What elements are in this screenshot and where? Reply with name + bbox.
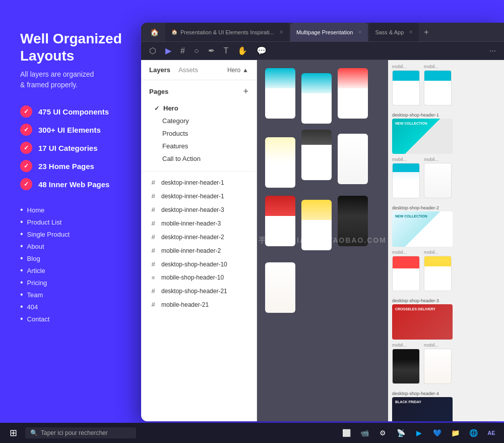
tab-close-2[interactable]: ✕ bbox=[358, 29, 362, 35]
hash-icon: # bbox=[149, 233, 157, 241]
mobile-label-8: mobil... bbox=[424, 343, 452, 348]
feature-item-4: 23 Home Pages bbox=[20, 160, 161, 172]
layers-header: Layers Assets Hero ▲ bbox=[141, 60, 257, 80]
browser-window: 🏠 🏠 Presentation & UI Elements Inspirati… bbox=[141, 23, 504, 421]
windows-start-button[interactable]: ⊞ bbox=[5, 425, 21, 441]
pen-tool-icon[interactable]: ✒ bbox=[206, 44, 217, 58]
nav-item-pricing[interactable]: Pricing bbox=[20, 278, 161, 287]
hand-tool-icon[interactable]: ✋ bbox=[235, 44, 249, 58]
nav-item-404[interactable]: 404 bbox=[20, 302, 161, 311]
layer-item-2[interactable]: # desktop-inner-header-3 bbox=[141, 203, 257, 216]
taskbar-app-4[interactable]: ▶ bbox=[411, 425, 426, 440]
page-item-hero[interactable]: Hero bbox=[149, 102, 248, 115]
taskbar-app-5[interactable]: 💙 bbox=[429, 425, 445, 440]
tab-add-button[interactable]: + bbox=[420, 23, 432, 41]
layers-panel: Layers Assets Hero ▲ Pages + Hero Catego… bbox=[141, 60, 257, 421]
desktop-thumb-3: CROSSELES DELIVERY bbox=[392, 304, 453, 340]
nav-item-article[interactable]: Article bbox=[20, 266, 161, 275]
left-panel: Well Organized Layouts All layers are or… bbox=[20, 30, 161, 326]
mobile-label-6: mobil... bbox=[424, 250, 452, 255]
hash-icon: # bbox=[149, 192, 157, 200]
mobile-frame-1 bbox=[265, 68, 295, 119]
layer-item-1[interactable]: # desktop-inner-header-1 bbox=[141, 189, 257, 203]
search-icon: 🔍 bbox=[30, 429, 38, 436]
nav-item-about[interactable]: About bbox=[20, 242, 161, 251]
layer-item-4[interactable]: # desktop-inner-header-2 bbox=[141, 230, 257, 244]
taskbar-app-1[interactable]: 📹 bbox=[357, 425, 372, 440]
taskbar-app-6[interactable]: 📁 bbox=[448, 425, 463, 440]
add-page-button[interactable]: + bbox=[243, 86, 248, 97]
comment-tool-icon[interactable]: 💬 bbox=[255, 44, 269, 58]
desktop-label-2: desktop-shop-header-2 bbox=[392, 205, 500, 210]
thumb-row-3: mobil... mobil... bbox=[392, 250, 500, 291]
home-button[interactable]: 🏠 bbox=[147, 25, 161, 39]
mobile-thumb-2 bbox=[424, 70, 452, 105]
desktop-thumb-2: NEW COLLECTION bbox=[392, 211, 453, 247]
canvas-area[interactable]: 手淘 买家 IAMDK.TAOBAO.COM bbox=[257, 60, 388, 421]
page-item-features[interactable]: Features bbox=[149, 140, 248, 152]
mobile-thumb-1 bbox=[392, 70, 420, 105]
tab-close-3[interactable]: ✕ bbox=[409, 29, 413, 35]
thumb-row-4: mobil... mobil... bbox=[392, 343, 500, 384]
taskbar-app-7[interactable]: 🌐 bbox=[466, 425, 481, 440]
browser-topbar: 🏠 🏠 Presentation & UI Elements Inspirati… bbox=[141, 23, 504, 42]
taskbar-app-3[interactable]: 📡 bbox=[393, 425, 408, 440]
feature-item-1: 475 UI Components bbox=[20, 105, 161, 118]
mobile-frame-6 bbox=[338, 134, 368, 184]
pages-section: Pages + Hero Category Products Features … bbox=[141, 80, 257, 172]
task-view-icon[interactable]: ⬜ bbox=[339, 425, 354, 440]
tab-presentation[interactable]: 🏠 Presentation & UI Elements Inspirati..… bbox=[165, 23, 289, 41]
desktop-label-3: desktop-shop-header-3 bbox=[392, 298, 500, 303]
page-item-cta[interactable]: Call to Action bbox=[149, 152, 248, 165]
layer-item-3[interactable]: # mobile-inner-header-3 bbox=[141, 216, 257, 230]
layer-item-6[interactable]: # desktop-shop-header-10 bbox=[141, 257, 257, 271]
hash-icon: # bbox=[149, 301, 157, 308]
page-item-products[interactable]: Products bbox=[149, 127, 248, 140]
watermark: 手淘 买家 IAMDK.TAOBAO.COM bbox=[259, 236, 387, 245]
page-item-category[interactable]: Category bbox=[149, 115, 248, 127]
layer-item-9[interactable]: # mobile-header-21 bbox=[141, 298, 257, 311]
desktop-label-1: desktop-shop-header-1 bbox=[392, 113, 500, 118]
feature-item-5: 48 Inner Web Pages bbox=[20, 178, 161, 190]
layer-item-8[interactable]: # desktop-shop-header-21 bbox=[141, 284, 257, 298]
layers-tab[interactable]: Layers bbox=[149, 66, 170, 74]
taskbar: ⊞ 🔍 Taper ici pour rechercher ⬜ 📹 ⚙ 📡 ▶ … bbox=[0, 423, 504, 443]
thumbnails-panel: mobil... mobil... desktop-shop-header-1 … bbox=[388, 60, 504, 421]
mobile-frame-10 bbox=[265, 262, 295, 313]
hash-icon: # bbox=[149, 260, 157, 268]
text-tool-icon[interactable]: T bbox=[222, 44, 231, 58]
nav-item-blog[interactable]: Blog bbox=[20, 254, 161, 263]
layer-item-0[interactable]: # desktop-inner-header-1 bbox=[141, 176, 257, 189]
taskbar-search[interactable]: 🔍 Taper ici pour rechercher bbox=[25, 427, 136, 438]
thumb-desktop-2-col: desktop-shop-header-2 NEW COLLECTION bbox=[392, 205, 500, 247]
tab-multipage[interactable]: Multipage Presentation ✕ bbox=[290, 23, 368, 41]
nav-item-contact[interactable]: Contact bbox=[20, 314, 161, 323]
mobile-thumb-8 bbox=[424, 349, 452, 384]
check-icon-5 bbox=[20, 178, 32, 190]
pages-title: Pages bbox=[149, 88, 168, 95]
tab-sass[interactable]: Sass & App ✕ bbox=[369, 23, 419, 41]
taskbar-app-ae[interactable]: AE bbox=[484, 425, 499, 440]
select-tool-icon[interactable]: ▶ bbox=[163, 44, 173, 58]
thumb-col-mobile-2: mobil... bbox=[424, 64, 452, 105]
nav-item-product-list[interactable]: Product List bbox=[20, 217, 161, 227]
mobile-thumb-7 bbox=[392, 349, 420, 384]
mobile-label-1: mobil... bbox=[392, 64, 420, 69]
nav-item-team[interactable]: Team bbox=[20, 290, 161, 299]
hero-badge: Hero ▲ bbox=[227, 67, 248, 74]
nav-item-single-product[interactable]: Single Product bbox=[20, 230, 161, 239]
thumb-row-1: mobil... mobil... bbox=[392, 64, 500, 105]
layer-item-5[interactable]: # mobile-inner-header-2 bbox=[141, 244, 257, 257]
assets-tab[interactable]: Assets bbox=[178, 66, 198, 74]
taskbar-app-2[interactable]: ⚙ bbox=[375, 425, 390, 440]
layer-item-7[interactable]: ≡ mobile-shop-header-10 bbox=[141, 271, 257, 284]
mobile-frame-2 bbox=[301, 73, 332, 124]
nav-item-home[interactable]: Home bbox=[20, 205, 161, 214]
more-options-icon[interactable]: ··· bbox=[487, 44, 498, 58]
thumb-row-2: mobil... mobil... bbox=[392, 157, 500, 198]
shape-tool-icon[interactable]: ○ bbox=[192, 44, 201, 58]
hash-icon: # bbox=[149, 206, 157, 213]
frame-tool-icon[interactable]: # bbox=[178, 44, 187, 58]
move-tool-icon[interactable]: ⬡ bbox=[147, 44, 158, 58]
tab-close-1[interactable]: ✕ bbox=[279, 29, 283, 35]
